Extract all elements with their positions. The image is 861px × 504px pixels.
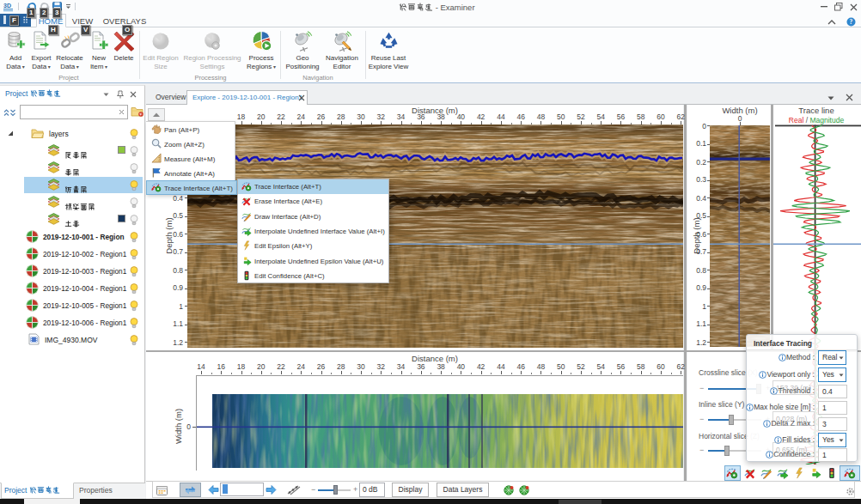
svg-text:3D: 3D [3, 3, 11, 9]
svg-text:?: ? [849, 18, 852, 26]
